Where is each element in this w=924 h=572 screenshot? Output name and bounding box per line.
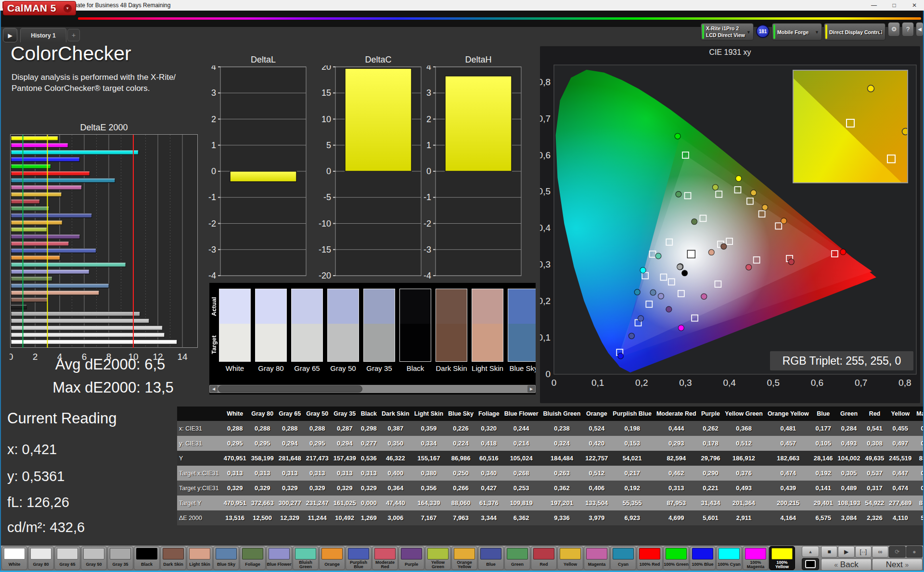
patch-color-chip	[83, 548, 104, 559]
range-icon[interactable]: [··]	[855, 546, 872, 558]
patch-button-cyan[interactable]: Cyan	[610, 546, 636, 570]
patch-button-light-skin[interactable]: Light Skin	[187, 546, 213, 570]
patch-label: Yellow	[558, 560, 583, 570]
play-icon[interactable]: ▶	[838, 546, 854, 558]
deltac-chart: 20151050-5-10-15-20	[309, 65, 425, 280]
table-cell: 0,192	[610, 481, 654, 496]
patch-button-gray-50[interactable]: Gray 50	[81, 546, 107, 570]
patch-button-100-magenta[interactable]: 100% Magenta	[743, 546, 769, 570]
swatch-name: Gray 35	[363, 364, 395, 372]
table-cell: 0,298	[359, 421, 379, 436]
record-icon[interactable]: ●	[906, 546, 923, 558]
deltae2000-svg: 02468101214	[10, 134, 198, 364]
logo-text: CalMAN 5	[7, 2, 56, 14]
patch-button-foliage[interactable]: Foliage	[240, 546, 266, 570]
patch-button-magenta[interactable]: Magenta	[584, 546, 610, 570]
table-cell: 0,214	[502, 436, 541, 451]
patch-button-dark-skin[interactable]: Dark Skin	[160, 546, 186, 570]
table-cell: 104,002	[835, 451, 863, 466]
swatch-gray-80: Gray 80	[255, 289, 287, 372]
column-header: Red	[863, 407, 887, 421]
source-dropdown[interactable]: Mobile Forge ▼	[772, 23, 822, 40]
meter-count-badge[interactable]: 181	[756, 25, 770, 38]
scrollbar-thumb[interactable]	[218, 385, 362, 393]
deltaH-bar	[445, 76, 512, 171]
deltaC-axis-tick: 15	[321, 88, 331, 98]
calman-logo-menu[interactable]: CalMAN 5 ▼	[3, 1, 76, 15]
patch-button-purple[interactable]: Purple	[398, 546, 424, 570]
column-header: Dark Skin	[379, 407, 412, 421]
patch-color-chip	[771, 548, 793, 559]
cie-y-tick: 0,1	[540, 332, 551, 343]
table-cell: 49,635	[863, 451, 887, 466]
patch-button-100-cyan[interactable]: 100% Cyan	[716, 546, 742, 570]
deltaC-bar	[345, 68, 411, 171]
layout-play-button[interactable]: ▶	[3, 28, 17, 42]
deltaH-axis-tick: 1	[426, 140, 431, 150]
cie-y-tick: 0,4	[540, 223, 551, 233]
maximize-button[interactable]: □	[885, 0, 904, 11]
display-window-toggle[interactable]	[802, 558, 819, 570]
table-cell: 0,334	[412, 436, 446, 451]
patch-button-blue-flower[interactable]: Blue Flower	[266, 546, 292, 570]
patch-button-gray-35[interactable]: Gray 35	[107, 546, 133, 570]
patch-button-blue[interactable]: Blue	[478, 546, 504, 570]
tab-history-1[interactable]: History 1	[20, 28, 66, 42]
gear-icon[interactable]: ⚙	[888, 22, 900, 37]
table-cell: 6,923	[610, 510, 654, 525]
table-cell: 277,689	[886, 496, 914, 510]
close-button[interactable]: ✕	[905, 0, 924, 11]
patch-button-gray-80[interactable]: Gray 80	[28, 546, 54, 570]
patch-button-green[interactable]: Green	[504, 546, 530, 570]
row-label: Y	[177, 451, 221, 466]
patch-button-100-yellow[interactable]: 100% Yellow	[769, 546, 795, 570]
inset-measured-point	[867, 85, 874, 92]
loop-icon[interactable]: ∞	[872, 546, 888, 558]
minimize-button[interactable]: —	[864, 0, 884, 11]
toolbar-up-icon[interactable]: ▲	[802, 546, 819, 557]
meter-dropdown[interactable]: X-Rite i1Pro 2 LCD Direct View ▼	[701, 23, 754, 40]
scroll-left-icon[interactable]: ◀	[210, 385, 218, 393]
refresh-icon[interactable]: ⟳	[889, 546, 905, 558]
row-label: y: CIE31	[177, 436, 221, 451]
patch-button-orange[interactable]: Orange	[319, 546, 345, 570]
deltaH-axis-tick: 4	[426, 65, 431, 72]
add-tab-button[interactable]: +	[67, 29, 80, 41]
patch-button-purplish-blue[interactable]: Purplish Blue	[346, 546, 372, 570]
patch-button-100-green[interactable]: 100% Green	[663, 546, 689, 570]
patch-button-black[interactable]: Black	[134, 546, 160, 570]
patch-button-bluish-green[interactable]: Bluish Green	[293, 546, 319, 570]
patch-button-100-red[interactable]: 100% Red	[637, 546, 663, 570]
title-bar: 5 CalMAN 5 CalMAN Ultimate for Business …	[0, 0, 924, 11]
display-control-dropdown[interactable]: Direct Display Control ▼	[824, 23, 886, 40]
patch-color-chip	[533, 548, 554, 559]
measured-point	[677, 264, 683, 270]
table-cell: 0,329	[221, 481, 249, 496]
table-cell: 0,313	[359, 466, 379, 481]
scroll-right-icon[interactable]: ▶	[527, 385, 535, 393]
measured-point	[634, 289, 640, 295]
swatch-scrollbar[interactable]: ◀ ▶	[209, 385, 536, 393]
meter-mode: LCD Direct View	[706, 32, 745, 38]
table-cell: 161,025	[331, 496, 359, 510]
swatch-name: Gray 50	[327, 364, 359, 372]
next-button[interactable]: Next »	[872, 559, 923, 571]
collapse-panel-icon[interactable]: ◀	[916, 22, 924, 37]
patch-button-blue-sky[interactable]: Blue Sky	[213, 546, 239, 570]
patch-button-moderate-red[interactable]: Moderate Red	[372, 546, 398, 570]
patch-button-red[interactable]: Red	[531, 546, 557, 570]
patch-button-orange-yellow[interactable]: Orange Yellow	[451, 546, 477, 570]
row-label: Target x:CIE31	[177, 466, 221, 481]
back-button[interactable]: « Back	[821, 559, 872, 571]
swatch-target-color	[364, 324, 395, 361]
patch-button-100-blue[interactable]: 100% Blue	[690, 546, 716, 570]
patch-button-gray-65[interactable]: Gray 65	[54, 546, 80, 570]
patch-button-yellow[interactable]: Yellow	[557, 546, 583, 570]
page-title: ColorChecker	[11, 42, 131, 65]
help-icon[interactable]: ?	[902, 22, 914, 37]
patch-button-white[interactable]: White	[1, 546, 27, 570]
measured-point	[721, 243, 727, 249]
stop-icon[interactable]: ■	[821, 546, 837, 558]
transport-controls: ■▶[··]∞⟳●	[821, 546, 923, 558]
patch-button-yellow-green[interactable]: Yellow Green	[425, 546, 451, 570]
